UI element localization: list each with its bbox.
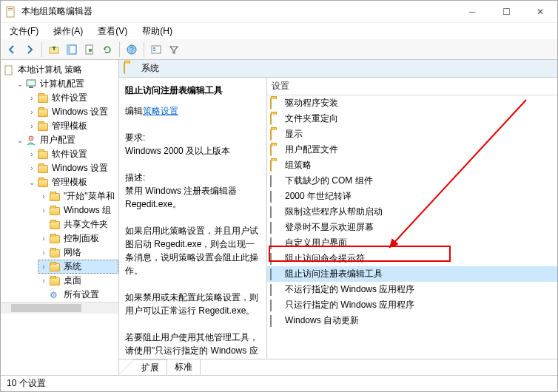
list-item[interactable]: 只运行指定的 Windows 应用程序: [267, 297, 557, 313]
collapse-icon[interactable]: ⌄: [27, 178, 36, 187]
list-item[interactable]: 用户配置文件: [267, 142, 557, 158]
tree-pane[interactable]: 本地计算机 策略 ⌄ 计算机配置 ›软件设置 ›Windows 设置: [1, 60, 119, 375]
back-button[interactable]: [4, 41, 20, 58]
expand-icon[interactable]: ›: [27, 122, 36, 131]
list-item[interactable]: 不运行指定的 Windows 应用程序: [267, 282, 557, 297]
desc-p2: 如果启用此策略设置，并且用户试图启动 Regedit.exe，则会出现一条消息，…: [125, 224, 260, 277]
tree-admin-templates[interactable]: ›管理模板: [26, 119, 118, 133]
tree-win-settings-user[interactable]: ›Windows 设置: [26, 161, 118, 175]
list-item[interactable]: 登录时不显示欢迎屏幕: [267, 220, 557, 235]
list-item[interactable]: 显示: [267, 126, 557, 142]
folder-icon: [38, 178, 50, 188]
svg-rect-12: [5, 66, 12, 75]
path-bar: 系统: [119, 60, 557, 78]
folder-icon: [50, 234, 61, 244]
list-item[interactable]: 文件夹重定向: [267, 111, 557, 126]
svg-text:?: ?: [130, 46, 134, 54]
tree-desktop[interactable]: ›桌面: [38, 274, 118, 288]
list-item-label: 组策略: [285, 159, 312, 172]
close-button[interactable]: ✕: [523, 1, 557, 23]
tree-win-components[interactable]: ›Windows 组: [38, 203, 118, 217]
folder-icon: [270, 129, 282, 140]
status-bar: 10 个设置: [1, 375, 557, 391]
policy-icon: [270, 223, 282, 233]
tree-shared-folders[interactable]: 共享文件夹: [38, 217, 118, 232]
tree-all-settings[interactable]: ⚙所有设置: [38, 288, 118, 302]
list-item-label: Windows 自动更新: [285, 314, 359, 327]
list-item-label: 显示: [285, 128, 303, 141]
folder-icon: [50, 262, 61, 272]
list-item-label: 2000 年世纪转译: [285, 190, 352, 203]
list-item[interactable]: 驱动程序安装: [267, 95, 557, 111]
up-button[interactable]: [46, 41, 62, 58]
list-item[interactable]: 阻止访问命令提示符: [267, 251, 557, 266]
list-item[interactable]: 限制这些程序从帮助启动: [267, 204, 557, 220]
list-item[interactable]: 组策略: [267, 158, 557, 173]
expand-icon[interactable]: ›: [39, 249, 48, 257]
tree-user-config[interactable]: ⌄ 用户配置: [14, 133, 118, 147]
folder-icon: [38, 163, 50, 174]
tab-standard[interactable]: 标准: [167, 359, 201, 375]
folder-icon: [50, 220, 61, 230]
description-pane: 阻止访问注册表编辑工具 编辑策略设置 要求: Windows 2000 及以上版…: [119, 78, 267, 359]
expand-icon[interactable]: ›: [39, 206, 48, 215]
menu-file[interactable]: 文件(F): [7, 24, 41, 39]
tree-soft-settings[interactable]: ›软件设置: [26, 91, 118, 105]
filter-options-button[interactable]: [148, 41, 164, 58]
user-icon: [26, 135, 38, 146]
forward-button[interactable]: [21, 41, 38, 58]
tree-computer-config[interactable]: ⌄ 计算机配置: [14, 77, 118, 91]
policy-icon: [270, 316, 282, 326]
edit-policy-link[interactable]: 策略设置: [143, 106, 178, 116]
tab-extended[interactable]: 扩展: [134, 359, 167, 375]
settings-list-pane[interactable]: 设置 驱动程序安装文件夹重定向显示用户配置文件组策略下载缺少的 COM 组件20…: [267, 78, 557, 359]
expand-icon[interactable]: ›: [27, 94, 36, 103]
expand-icon[interactable]: ›: [39, 277, 48, 285]
tree-admin-templates-user[interactable]: ⌄管理模板: [26, 175, 118, 189]
policy-icon: [270, 300, 282, 311]
filter-button[interactable]: [166, 41, 182, 58]
menu-view[interactable]: 查看(V): [95, 24, 130, 39]
export-button[interactable]: [81, 41, 98, 58]
tree-control-panel[interactable]: ›控制面板: [38, 232, 118, 246]
svg-rect-1: [8, 8, 13, 9]
help-button[interactable]: ?: [124, 41, 140, 58]
list-item[interactable]: 自定义用户界面: [267, 235, 557, 251]
expand-icon[interactable]: ›: [39, 263, 48, 271]
collapse-icon[interactable]: ⌄: [16, 136, 24, 145]
show-hide-tree-button[interactable]: [64, 41, 80, 58]
refresh-button[interactable]: [99, 41, 115, 58]
desc-p3: 如果禁用或未配置此策略设置，则用户可以正常运行 Regedit.exe。: [125, 291, 260, 317]
content-area: 本地计算机 策略 ⌄ 计算机配置 ›软件设置 ›Windows 设置: [1, 60, 557, 375]
minimize-button[interactable]: ─: [455, 1, 489, 23]
menu-action[interactable]: 操作(A): [50, 24, 86, 39]
expand-icon[interactable]: ›: [27, 164, 36, 173]
tree-soft-settings-user[interactable]: ›软件设置: [26, 147, 118, 161]
tree-win-settings[interactable]: ›Windows 设置: [26, 105, 118, 119]
list-header-settings[interactable]: 设置: [267, 78, 557, 95]
list-item[interactable]: Windows 自动更新: [267, 313, 557, 328]
list-item-label: 阻止访问命令提示符: [285, 252, 365, 265]
maximize-button[interactable]: ☐: [489, 1, 523, 23]
menu-help[interactable]: 帮助(H): [139, 24, 175, 39]
tree-start-menu[interactable]: ›"开始"菜单和: [38, 189, 118, 203]
expand-icon[interactable]: ›: [27, 150, 36, 159]
toolbar: ?: [1, 39, 557, 60]
titlebar: 本地组策略编辑器 ─ ☐ ✕: [1, 1, 557, 23]
collapse-icon[interactable]: ⌄: [16, 80, 24, 89]
folder-icon: [124, 63, 137, 75]
tree-network[interactable]: ›网络: [38, 246, 118, 260]
folder-icon: [270, 114, 282, 124]
folder-icon: [38, 93, 50, 104]
list-item[interactable]: 下载缺少的 COM 组件: [267, 173, 557, 189]
svg-rect-14: [29, 87, 33, 88]
list-item[interactable]: 阻止访问注册表编辑工具: [267, 266, 557, 282]
expand-icon[interactable]: ›: [39, 192, 48, 201]
tree-root[interactable]: 本地计算机 策略: [2, 63, 118, 77]
policy-icon: [270, 254, 282, 264]
expand-icon[interactable]: ›: [39, 234, 48, 243]
tree-hscrollbar[interactable]: [1, 302, 118, 314]
tree-system[interactable]: ›系统: [38, 260, 118, 274]
list-item[interactable]: 2000 年世纪转译: [267, 189, 557, 204]
expand-icon[interactable]: ›: [27, 108, 36, 117]
